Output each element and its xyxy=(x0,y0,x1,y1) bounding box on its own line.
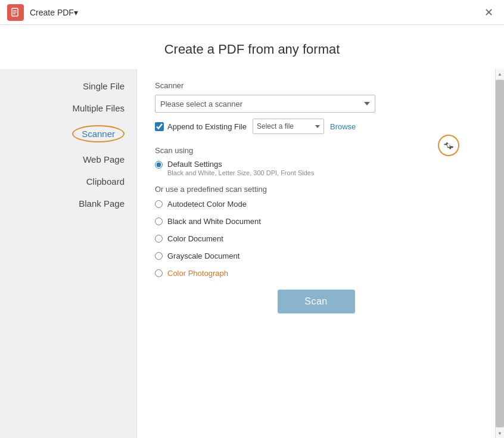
page-title: Create a PDF from any format xyxy=(0,25,504,69)
window-scrollbar: ▲ ▼ xyxy=(495,69,504,438)
autodetect-radio[interactable] xyxy=(155,200,163,208)
append-checkbox-wrapper: Append to Existing File xyxy=(155,122,247,131)
scan-button-area: Scan xyxy=(155,290,477,313)
color-doc-label: Color Document xyxy=(167,234,223,243)
sidebar-item-scanner[interactable]: Scanner xyxy=(0,119,136,148)
autodetect-label: Autodetect Color Mode xyxy=(167,200,247,209)
scrollbar-down-button[interactable]: ▼ xyxy=(496,428,504,438)
file-select[interactable]: Select a file xyxy=(253,119,324,134)
right-panel: Scanner Please select a scanner Append t… xyxy=(137,69,495,438)
scrollbar-thumb[interactable] xyxy=(496,80,504,427)
sidebar-item-blank-page[interactable]: Blank Page xyxy=(0,192,136,215)
content-area: Single File Multiple Files Scanner Web P… xyxy=(0,69,504,438)
sidebar: Single File Multiple Files Scanner Web P… xyxy=(0,69,137,438)
gear-button[interactable] xyxy=(438,135,459,156)
color-photo-label: Color Photograph xyxy=(167,269,228,278)
browse-link[interactable]: Browse xyxy=(330,122,356,131)
append-row: Append to Existing File Select a file Br… xyxy=(155,119,477,134)
predefined-option-grayscale: Grayscale Document xyxy=(155,251,477,260)
default-settings-radio[interactable] xyxy=(155,161,163,169)
color-doc-radio[interactable] xyxy=(155,235,163,243)
black-white-label: Black and White Document xyxy=(167,217,261,226)
predefined-option-black-white: Black and White Document xyxy=(155,217,477,226)
scanner-circle-highlight: Scanner xyxy=(72,125,125,142)
predefined-option-color-doc: Color Document xyxy=(155,234,477,243)
predefined-option-color-photo: Color Photograph xyxy=(155,269,477,278)
scan-button[interactable]: Scan xyxy=(278,290,355,313)
grayscale-radio[interactable] xyxy=(155,252,163,260)
scanner-section-label: Scanner xyxy=(155,81,477,90)
scan-using-header: Scan using xyxy=(155,146,477,155)
scan-using-section: Scan using Default Settings Black and Wh… xyxy=(155,146,477,176)
title-bar: Create PDF▾ ✕ xyxy=(0,0,504,25)
app-title: Create PDF▾ xyxy=(30,8,78,17)
append-checkbox[interactable] xyxy=(155,122,164,131)
app-icon xyxy=(7,4,24,21)
close-button[interactable]: ✕ xyxy=(481,6,497,19)
title-bar-left: Create PDF▾ xyxy=(7,4,78,21)
sidebar-item-multiple-files[interactable]: Multiple Files xyxy=(0,97,136,119)
grayscale-label: Grayscale Document xyxy=(167,251,239,260)
sidebar-item-web-page[interactable]: Web Page xyxy=(0,148,136,170)
scanner-dropdown-row: Please select a scanner xyxy=(155,95,477,113)
scrollbar-up-button[interactable]: ▲ xyxy=(496,69,504,79)
predefined-section: Or use a predefined scan setting Autodet… xyxy=(155,185,477,278)
sidebar-item-single-file[interactable]: Single File xyxy=(0,75,136,97)
main-container: Create a PDF from any format Single File… xyxy=(0,25,504,438)
append-label: Append to Existing File xyxy=(167,122,247,131)
color-photo-radio[interactable] xyxy=(155,269,163,277)
predefined-label: Or use a predefined scan setting xyxy=(155,185,477,194)
black-white-radio[interactable] xyxy=(155,218,163,225)
scanner-dropdown[interactable]: Please select a scanner xyxy=(155,95,375,113)
default-settings-row: Default Settings Black and White, Letter… xyxy=(155,160,477,176)
default-settings-sub: Black and White, Letter Size, 300 DPI, F… xyxy=(167,169,314,176)
sidebar-item-clipboard[interactable]: Clipboard xyxy=(0,170,136,192)
default-settings-label: Default Settings xyxy=(167,160,314,169)
predefined-option-autodetect: Autodetect Color Mode xyxy=(155,200,477,209)
